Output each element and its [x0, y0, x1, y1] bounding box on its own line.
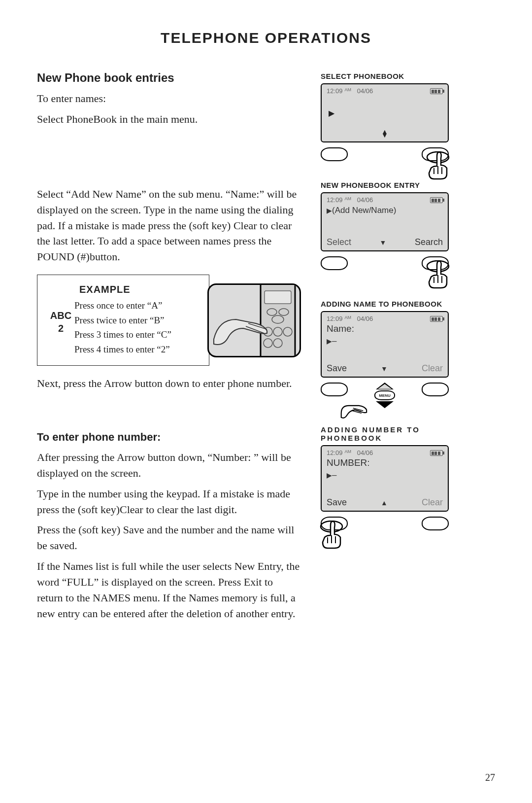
left-softkey-button[interactable]: [321, 256, 348, 270]
panel-caption: ADDING NUMBER TO PHONEBOOK: [321, 425, 468, 442]
battery-icon: [430, 197, 443, 203]
screen-panels-column: SELECT PHONEBOOK 12:09AM 04/06 ▶ ▲▼ NEW …: [321, 71, 468, 627]
left-softkey-button[interactable]: [321, 383, 348, 396]
example-line: Press once to enter “A”: [74, 298, 199, 313]
lcd-screen-new-entry: 12:09AM 04/06 ▶(Add New/Name) Select ▼ S…: [321, 192, 449, 251]
finger-press-icon: [340, 396, 370, 426]
lcd-screen-adding-name: 12:09AM 04/06 Name: ▶– Save ▼ Clear: [321, 311, 449, 378]
panel-caption: SELECT PHONEBOOK: [321, 72, 468, 80]
page-number: 27: [485, 772, 495, 783]
menu-button[interactable]: MENU: [374, 390, 395, 400]
updown-arrow-icon: ▲▼: [381, 130, 388, 138]
paragraph: Select PhoneBook in the main menu.: [37, 111, 301, 127]
field-label-name: Name:: [327, 323, 443, 334]
field-label-number: NUMBER:: [327, 457, 443, 468]
paragraph: Select “Add New Name” on the sub menu. “…: [37, 186, 301, 265]
softkey-label-clear: Clear: [422, 363, 443, 374]
down-arrow-icon: ▼: [380, 239, 387, 246]
down-arrow-icon: ▼: [381, 365, 388, 373]
example-box: EXAMPLE ABC 2 Press once to enter “A” Pr…: [37, 275, 209, 366]
softkey-label-select: Select: [327, 237, 351, 247]
keypad-key-label: ABC 2: [47, 298, 74, 356]
example-title: EXAMPLE: [79, 284, 199, 295]
softkey-label-clear: Clear: [422, 497, 443, 508]
lcd-screen-adding-number: 12:09AM 04/06 NUMBER: ▶– Save ▲ Clear: [321, 445, 449, 512]
softkey-label-save: Save: [327, 363, 347, 374]
heading-new-phonebook-entries: New Phone book entries: [37, 71, 301, 85]
down-arrow-button[interactable]: [376, 401, 394, 408]
softkey-label-search: Search: [415, 237, 443, 247]
page-title: TELEPHONE OPERATIONS: [37, 30, 495, 46]
menu-rocker[interactable]: MENU: [374, 383, 395, 408]
handset-illustration: [207, 283, 301, 357]
paragraph: Press the (soft key) Save and the number…: [37, 522, 301, 554]
finger-press-icon: [423, 151, 453, 181]
finger-press-icon: [423, 260, 453, 290]
paragraph: If the Names list is full while the user…: [37, 559, 301, 622]
right-softkey-button[interactable]: [422, 383, 449, 396]
svg-rect-1: [265, 291, 291, 304]
example-line: Press 4 times to enter “2”: [74, 342, 199, 356]
finger-press-icon: [317, 521, 346, 550]
cursor-icon: ▶: [329, 108, 334, 118]
panel-caption: NEW PHONEBOOK ENTRY: [321, 181, 468, 189]
paragraph: Type in the number using the keypad. If …: [37, 486, 301, 518]
lcd-screen-select-phonebook: 12:09AM 04/06 ▶ ▲▼: [321, 83, 449, 142]
paragraph: Next, press the Arrow button down to ent…: [37, 376, 301, 391]
right-softkey-button[interactable]: [422, 517, 449, 530]
example-line: Press 3 times to enter “C”: [74, 327, 199, 342]
battery-icon: [430, 88, 443, 94]
up-arrow-button[interactable]: [376, 383, 394, 389]
example-line: Press twice to enter “B”: [74, 313, 199, 327]
battery-icon: [430, 450, 443, 456]
panel-caption: ADDING NAME TO PHONEBOOK: [321, 300, 468, 308]
paragraph: To enter names:: [37, 91, 301, 106]
left-softkey-button[interactable]: [321, 147, 348, 161]
heading-enter-phone-number: To enter phone number:: [37, 431, 301, 444]
paragraph: After pressing the Arrow button down, “N…: [37, 450, 301, 481]
main-text-column: New Phone book entries To enter names: S…: [37, 71, 301, 627]
up-arrow-icon: ▲: [381, 499, 388, 507]
softkey-label-save: Save: [327, 497, 347, 508]
battery-icon: [430, 316, 443, 322]
